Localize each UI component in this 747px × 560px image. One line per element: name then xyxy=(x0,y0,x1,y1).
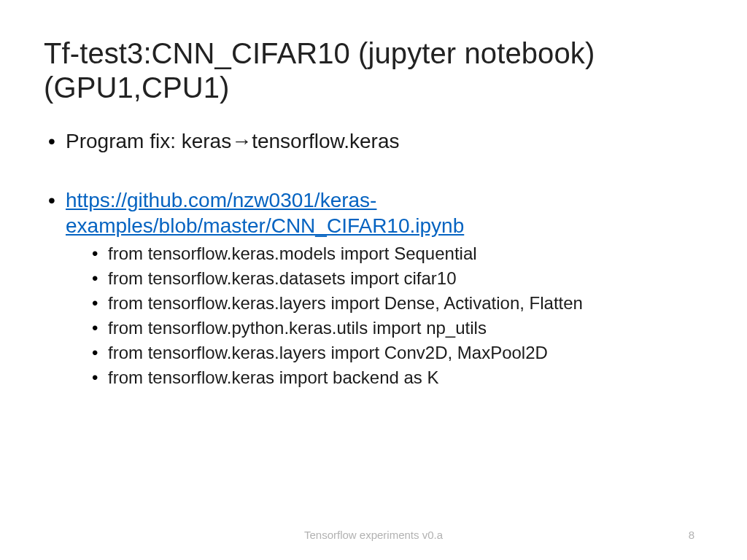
sub-bullet: from tensorflow.keras.datasets import ci… xyxy=(90,268,703,289)
sub-bullet: from tensorflow.keras.layers import Dens… xyxy=(90,292,703,314)
page-number: 8 xyxy=(689,529,694,541)
sub-bullet: from tensorflow.keras import backend as … xyxy=(90,367,703,389)
sub-bullet-list: from tensorflow.keras.models import Sequ… xyxy=(66,243,703,389)
footer-text: Tensorflow experiments v0.a xyxy=(0,529,747,541)
sub-bullet: from tensorflow.keras.layers import Conv… xyxy=(90,342,703,364)
slide: Tf-test3:CNN_CIFAR10 (jupyter notebook) … xyxy=(0,0,747,560)
bullet-text: tensorflow.keras xyxy=(252,130,399,152)
bullet-text: Program fix: keras xyxy=(66,130,231,152)
sub-bullet: from tensorflow.python.keras.utils impor… xyxy=(90,317,703,339)
bullet-link: https://github.com/nzw0301/keras-example… xyxy=(44,187,703,389)
github-link[interactable]: https://github.com/nzw0301/keras-example… xyxy=(66,189,464,237)
sub-bullet: from tensorflow.keras.models import Sequ… xyxy=(90,243,703,265)
bullet-program-fix: Program fix: keras→tensorflow.keras xyxy=(44,128,703,154)
slide-title: Tf-test3:CNN_CIFAR10 (jupyter notebook) … xyxy=(44,36,703,105)
arrow-icon: → xyxy=(231,130,252,152)
bullet-list: Program fix: keras→tensorflow.keras http… xyxy=(44,128,703,389)
